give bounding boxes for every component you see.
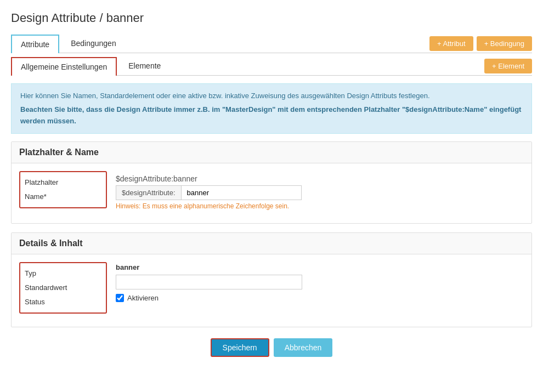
aktivieren-label[interactable]: Aktivieren (127, 294, 159, 302)
section-platzhalter-body: Platzhalter Name* $designAttribute:banne… (12, 163, 531, 223)
info-line1: Hier können Sie Namen, Standardelement o… (20, 92, 430, 100)
details-labels: Typ Standardwert Status (19, 262, 107, 314)
details-values: banner Aktivieren (116, 262, 524, 302)
add-element-button[interactable]: + Element (484, 59, 532, 73)
page-title: Design Attribute / banner (11, 11, 532, 25)
second-tabs: Allgemeine Einstellungen Elemente (11, 56, 172, 75)
label-platzhalter: Platzhalter (25, 175, 101, 190)
section-details-title: Details & Inhalt (12, 233, 531, 254)
tab-allgemeine-einstellungen[interactable]: Allgemeine Einstellungen (11, 57, 117, 76)
top-tabs: Attribute Bedingungen (11, 34, 128, 53)
name-prefix: $designAttribute: (116, 185, 181, 200)
section-platzhalter-title: Platzhalter & Name (12, 142, 531, 163)
info-box: Hier können Sie Namen, Standardelement o… (11, 83, 532, 134)
name-input[interactable] (181, 185, 302, 200)
details-row: Typ Standardwert Status banner Aktiviere… (19, 262, 524, 314)
tab-bedingungen[interactable]: Bedingungen (61, 34, 126, 53)
aktivieren-checkbox[interactable] (116, 294, 124, 302)
bottom-actions: Speichern Abbrechen (11, 338, 532, 368)
section-platzhalter: Platzhalter & Name Platzhalter Name* $de… (11, 141, 532, 224)
platzhalter-name-row: Platzhalter Name* $designAttribute:banne… (19, 171, 524, 210)
tab-elemente[interactable]: Elemente (119, 56, 170, 75)
cancel-button[interactable]: Abbrechen (274, 338, 333, 357)
label-typ: Typ (25, 266, 101, 281)
typ-value: banner (116, 263, 524, 271)
second-tab-bar: Allgemeine Einstellungen Elemente + Elem… (11, 53, 532, 76)
label-name: Name* (25, 190, 101, 204)
info-line2: Beachten Sie bitte, dass die Design Attr… (20, 104, 523, 127)
second-tab-actions: + Element (484, 59, 532, 73)
label-standardwert: Standardwert (25, 281, 101, 295)
add-bedingung-button[interactable]: + Bedingung (477, 36, 532, 51)
platzhalter-labels: Platzhalter Name* (19, 171, 107, 208)
add-attribut-button[interactable]: + Attribut (429, 36, 473, 51)
status-row: Aktivieren (116, 294, 524, 302)
name-input-row: $designAttribute: (116, 185, 524, 200)
save-button[interactable]: Speichern (211, 338, 269, 357)
placeholder-display: $designAttribute:banner (116, 172, 524, 185)
standardwert-input[interactable] (116, 275, 302, 289)
name-hint: Hinweis: Es muss eine alphanumerische Ze… (116, 202, 524, 210)
platzhalter-values: $designAttribute:banner $designAttribute… (116, 171, 524, 210)
section-details-body: Typ Standardwert Status banner Aktiviere… (12, 254, 531, 327)
top-tab-actions: + Attribut + Bedingung (429, 36, 532, 51)
section-details: Details & Inhalt Typ Standardwert Status… (11, 232, 532, 327)
tab-attribute[interactable]: Attribute (11, 35, 59, 53)
label-status: Status (25, 295, 101, 309)
top-tab-bar: Attribute Bedingungen + Attribut + Bedin… (11, 34, 532, 53)
